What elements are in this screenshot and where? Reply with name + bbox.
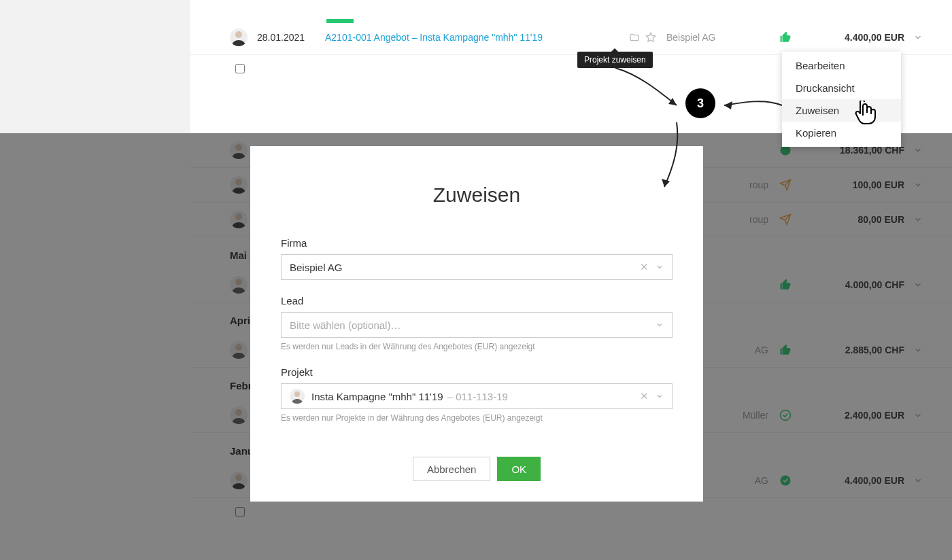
svg-point-11 bbox=[294, 391, 300, 397]
lead-hint: Es werden nur Leads in der Währung des A… bbox=[281, 342, 673, 351]
clear-icon[interactable]: ✕ bbox=[640, 261, 649, 273]
clear-icon[interactable]: ✕ bbox=[640, 390, 649, 402]
tooltip-projekt-zuweisen: Projekt zuweisen bbox=[577, 52, 653, 68]
star-icon[interactable] bbox=[645, 32, 657, 43]
thumb-up-icon bbox=[768, 31, 802, 43]
lead-placeholder: Bitte wählen (optional)… bbox=[290, 319, 656, 331]
avatar bbox=[230, 29, 248, 46]
company-cell: Beispiel AG bbox=[666, 32, 768, 43]
row-dropdown-menu: Bearbeiten Druckansicht Zuweisen Kopiere… bbox=[782, 52, 901, 147]
projekt-select[interactable]: Insta Kampagne "mhh" 11'19 – 011-113-19 … bbox=[281, 383, 673, 409]
firma-select[interactable]: Beispiel AG ✕ bbox=[281, 254, 673, 280]
ok-button[interactable]: OK bbox=[497, 457, 541, 481]
chevron-down-icon[interactable] bbox=[656, 262, 664, 273]
projekt-label: Projekt bbox=[281, 366, 673, 378]
row-checkbox[interactable] bbox=[235, 64, 245, 73]
chevron-down-icon[interactable] bbox=[656, 391, 664, 402]
avatar bbox=[290, 389, 305, 404]
cancel-button[interactable]: Abbrechen bbox=[413, 457, 491, 481]
lead-label: Lead bbox=[281, 295, 673, 307]
dropdown-item-kopieren[interactable]: Kopieren bbox=[782, 122, 901, 144]
table-row[interactable]: 28.01.2021 A2101-001 Angebot – Insta Kam… bbox=[190, 20, 952, 55]
amount-cell: 4.400,00 EUR bbox=[802, 32, 904, 43]
projekt-hint: Es werden nur Projekte in der Währung de… bbox=[281, 413, 673, 423]
firma-value: Beispiel AG bbox=[290, 262, 640, 273]
row-menu-toggle[interactable] bbox=[904, 33, 932, 42]
zuweisen-modal: Zuweisen Firma Beispiel AG ✕ Lead Bitte … bbox=[250, 146, 703, 502]
dropdown-item-bearbeiten[interactable]: Bearbeiten bbox=[782, 54, 901, 77]
lead-select[interactable]: Bitte wählen (optional)… bbox=[281, 312, 673, 338]
chevron-down-icon[interactable] bbox=[656, 319, 664, 331]
svg-point-0 bbox=[235, 31, 242, 38]
dropdown-item-druckansicht[interactable]: Druckansicht bbox=[782, 77, 901, 99]
firma-label: Firma bbox=[281, 237, 673, 249]
projekt-id: – 011-113-19 bbox=[447, 391, 508, 402]
step-badge: 3 bbox=[685, 88, 715, 118]
status-badge bbox=[326, 19, 354, 23]
date-cell: 28.01.2021 bbox=[257, 32, 325, 43]
modal-title: Zuweisen bbox=[250, 183, 703, 207]
projekt-value: Insta Kampagne "mhh" 11'19 bbox=[311, 391, 443, 402]
sidebar bbox=[0, 0, 190, 133]
folder-icon[interactable] bbox=[628, 32, 641, 43]
dropdown-item-zuweisen[interactable]: Zuweisen bbox=[782, 99, 901, 122]
offer-title-link[interactable]: A2101-001 Angebot – Insta Kampagne "mhh"… bbox=[325, 32, 624, 43]
